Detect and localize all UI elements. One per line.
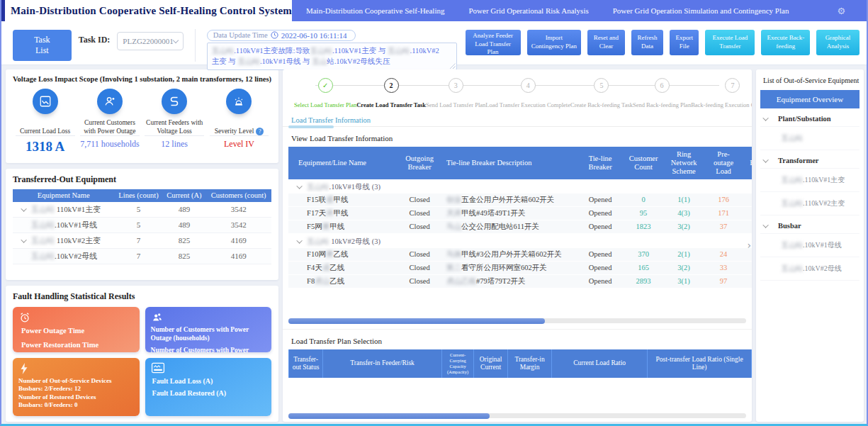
metric-label-text: Current Customers with Power Outage [80,119,140,135]
table-row[interactable]: F8虎山乙线Closed虎山乙线#79塔79T2开关Opened28933(1)… [288,274,752,288]
scrollbar-thumb[interactable] [288,413,490,419]
column-header: Tie-line Breaker Description [444,147,575,179]
table-row[interactable]: 五山站 110kV#2主变78254169 [13,232,271,248]
tree-item[interactable]: 五山站.10kV#1母线 [760,234,859,257]
text-segment: 乙线 [333,250,348,258]
transferred-out-card: Transferred-Out Equipment Equipment Name… [6,169,278,280]
tree-item[interactable]: 五山站.10kV#2母线 [760,257,859,281]
table-row[interactable]: F10网夏乙线Closed马路甲线#3公用户外开关箱602开关Opened370… [288,248,752,262]
redacted-text: 五山站 [31,220,55,229]
expand-caret-icon[interactable] [762,222,768,228]
lightning-icon [18,362,134,375]
fault-stat-line: Busbars: 2/Feeders: 12 [18,385,134,393]
import-contingency-plan-button[interactable]: Import Contingency Plan [527,30,582,55]
text-segment: 10kV#2母线 [329,237,370,245]
table-row[interactable]: F5网夏甲线Closed马山公交公用配电站611开关Opened18233(2)… [288,220,752,233]
step-circle[interactable]: 5 [594,78,609,93]
step-label: Send Back-feeding Plan [633,101,691,108]
preoutage-load-cell: 97 [706,274,741,288]
expand-caret-icon[interactable] [21,237,26,242]
expand-caret-icon[interactable] [762,157,768,162]
execution-status-cell: Not Executed [741,194,752,207]
collapse-right-arrow-icon[interactable]: › [747,240,751,251]
tree-group-busbar[interactable]: Busbar [760,215,859,234]
app-window: Main-Distribution Cooperative Self-Heali… [0,0,868,426]
fault-stat-card: Fault Load Loss (A)Fault Load Restored (… [145,358,272,416]
tree-item[interactable]: 五山站 [760,127,859,150]
nav-item-1[interactable]: Main-Distribution Cooperative Self-Heali… [306,6,445,15]
execute-load-transfer-button[interactable]: Execute Load Transfer [705,30,755,55]
redacted-text: 五山 [312,57,327,65]
expand-caret-icon[interactable] [296,237,302,243]
nav-item-2[interactable]: Power Grid Operational Risk Analysis [468,6,588,15]
tree-group-plant-substation[interactable]: Plant/Substation [760,108,859,127]
step-circle[interactable]: 3 [449,78,463,93]
execution-status-cell: Not Executed [741,274,752,288]
text-segment: .110kV#1主变 [803,176,845,184]
step-circle[interactable]: 7 [725,78,740,93]
redacted-text: 马路 [446,250,461,258]
scrollbar-thumb[interactable] [288,318,545,324]
redacted-text: 五山站 [782,134,803,142]
redacted-text: 马山 [446,223,461,230]
graphical-analysis-button[interactable]: Graphical Analysis [816,30,859,55]
table-row[interactable]: 五山站 110kV#1主变54893542 [13,202,271,218]
gear-icon[interactable]: ⚙ [837,6,845,16]
reset-and-clear-button[interactable]: Reset and Clear [587,30,625,55]
customer-count-cell: 95 [625,206,662,220]
plan-selection-empty-body [283,378,752,413]
text-segment: 甲线#49塔49T1开关 [461,209,525,217]
expand-caret-icon[interactable] [762,115,768,120]
tab-load-transfer-information[interactable]: Load Transfer Information [291,116,371,124]
export-file-button[interactable]: Export File [670,30,699,55]
ring-scheme-cell: 3(2) [662,220,706,233]
step-circle[interactable]: 4 [521,78,536,93]
tie-breaker-cell: Opened [575,220,625,233]
tree-item[interactable]: 五山站.110kV#2主变 [760,192,859,215]
text-segment: #79塔79T2开关 [476,277,525,285]
table-row[interactable]: F17天涛甲线Closed天涛甲线#49塔49T1开关Opened954(3)1… [288,206,752,220]
group-row[interactable]: 五山站 10kV#2母线 (3) [288,233,752,248]
table-row[interactable]: 五山站.10kV#1母线54893542 [13,217,271,232]
load-transfer-section-title: View Load Transfer Information [283,127,752,147]
fault-stat-line: Power Outage Time [21,326,134,335]
step-3: 3Send Load Transfer Plan [426,78,485,111]
horizontal-scrollbar[interactable] [288,318,746,323]
task-id-select[interactable]: PLZG22000001 [117,32,184,50]
refresh-data-button[interactable]: Refresh Data [631,30,664,55]
metric-value: Level IV [224,139,254,150]
horizontal-scrollbar-bottom[interactable] [288,413,746,418]
analyze-feeder-load-transfer-plan-button[interactable]: Analyze Feeder Load Transfer Plan [466,30,521,55]
table-row[interactable]: F15联盛甲线Closed创业五金公用户外开关箱602开关Opened01(1)… [288,194,752,207]
clock-icon [271,31,278,39]
metric-label: Current Load Loss [16,119,75,136]
fault-description-input[interactable]: 五山站.110kV#1主变故障:导致五山站.110kV#1主变 与 五山站.11… [207,43,457,71]
expand-caret-icon[interactable] [21,206,26,211]
column-header: Ring Network Scheme [662,147,706,179]
step-circle[interactable]: 2 [384,78,399,93]
column-header: Current Load Ratio [552,349,648,378]
ring-scheme-cell: 3(1) [662,274,706,288]
tree-group-transformer[interactable]: Transformer [760,150,859,169]
equipment-overview-header[interactable]: Equipment Overview [760,90,859,108]
fault-stat-card: Number of Customers with Power Outage (h… [145,307,272,352]
step-circle[interactable]: ✓ [318,78,333,93]
redacted-text: 五山站 [307,183,329,191]
column-header: Transfer-out Status [289,349,323,378]
step-circle[interactable]: 6 [655,78,670,93]
step-4: 4Load Transfer Execution Complete [485,78,570,111]
group-row[interactable]: 五山站.10kV#1母线 (3) [288,179,752,194]
help-icon[interactable]: ? [256,128,264,135]
task-list-button[interactable]: Task List [13,30,72,61]
nav-item-3[interactable]: Power Grid Operation Simulation and Cont… [613,6,789,15]
fault-stat-card: Number of Out-of-Service DevicesBusbars:… [13,358,140,416]
customer-count-cell: 1823 [625,220,662,233]
tie-breaker-cell: Opened [575,206,625,220]
redacted-text: 五山站 [31,205,55,213]
expand-caret-icon[interactable] [296,183,302,189]
table-row[interactable]: F4天成乙线Closed第二看守所公用环网室602开关Opened1653(2)… [288,261,752,274]
tree-item[interactable]: 五山站.110kV#1主变 [760,169,859,192]
tie-breaker-cell: Opened [575,274,625,288]
execute-back-feeding-button[interactable]: Execute Back-feeding [761,30,810,55]
table-row[interactable]: 五山站.10kV#2母线78254169 [13,248,271,264]
